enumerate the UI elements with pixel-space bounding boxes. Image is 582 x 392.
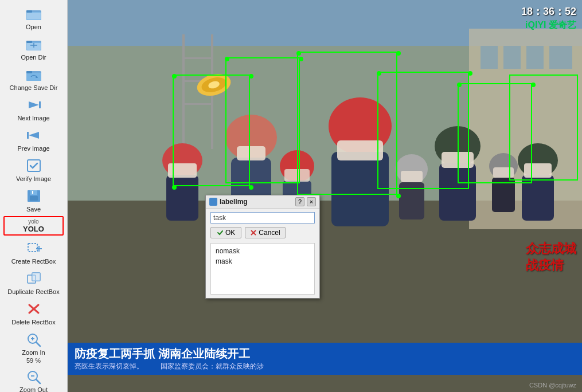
open-icon (25, 5, 43, 23)
svg-rect-11 (26, 73, 41, 81)
dialog-list: nomask mask (210, 243, 315, 295)
news-subtitle-1: 亮医生表示深切哀悼。 (75, 362, 143, 371)
zoom-in-icon (25, 330, 43, 348)
next-image-label: Next Image (17, 115, 49, 121)
dialog-ok-button[interactable]: OK (210, 227, 241, 238)
dialog-title: labelImg (220, 198, 248, 206)
zoom-in-label: Zoom In (22, 349, 45, 356)
cancel-icon (250, 229, 257, 236)
annotation-box-6 (509, 75, 578, 181)
sidebar-item-change-save-dir[interactable]: Change Save Dir (0, 63, 67, 93)
svg-rect-17 (27, 132, 29, 139)
dot (531, 83, 536, 87)
svg-rect-2 (26, 10, 32, 13)
delete-rect-box-label: Delete RectBox (11, 319, 55, 326)
svg-rect-28 (32, 273, 40, 281)
dot (225, 57, 229, 61)
dialog-app-icon (209, 198, 217, 206)
open-dir-label: Open Dir (21, 54, 46, 61)
sidebar: Open Open Dir Change Save (0, 0, 68, 392)
create-rect-box-icon (25, 239, 43, 257)
sidebar-item-verify-image[interactable]: Verify Image (0, 154, 67, 185)
dot (299, 57, 303, 61)
svg-rect-22 (32, 191, 33, 194)
svg-rect-58 (503, 46, 521, 69)
svg-rect-20 (30, 190, 37, 195)
iqiyi-logo: iQIYI 爱奇艺 (525, 19, 576, 32)
dialog-titlebar: labelImg ? × (206, 195, 319, 209)
sidebar-item-delete-rect-box[interactable]: Delete RectBox (0, 297, 67, 328)
main-area: 18：36：52 iQIYI 爱奇艺 众志成城战疫情 防疫复工两手抓 湖南企业陆… (68, 0, 582, 392)
duplicate-rect-box-label: Duplicate RectBox (7, 288, 60, 295)
sidebar-item-prev-image[interactable]: Prev Image (0, 124, 67, 154)
create-rect-box-label: Create RectBox (11, 258, 56, 265)
dot (172, 74, 177, 79)
yolo-box[interactable]: yolo YOLO (3, 216, 64, 236)
prev-image-label: Prev Image (17, 145, 49, 152)
open-dir-icon (25, 35, 43, 53)
next-image-icon (25, 96, 43, 114)
sidebar-item-zoom-in[interactable]: Zoom In (0, 328, 67, 358)
sidebar-item-open[interactable]: Open (0, 2, 67, 33)
verify-image-icon (25, 156, 43, 175)
yolo-main-label: YOLO (23, 225, 44, 233)
sidebar-item-next-image[interactable]: Next Image (0, 93, 67, 124)
annotation-box-4 (377, 72, 469, 189)
svg-marker-16 (29, 132, 39, 139)
svg-line-34 (36, 342, 40, 346)
dialog-list-item-nomask[interactable]: nomask (213, 246, 312, 256)
save-label: Save (26, 206, 41, 213)
sidebar-item-duplicate-rect-box[interactable]: Duplicate RectBox (0, 267, 67, 297)
dialog-input[interactable] (210, 212, 315, 224)
label-dialog: labelImg ? × OK (205, 195, 320, 299)
zoom-out-icon (25, 367, 43, 386)
svg-rect-18 (28, 160, 40, 171)
zoom-percent: 59 % (26, 357, 41, 364)
duplicate-rect-box-icon (25, 269, 43, 288)
verify-image-label: Verify Image (16, 175, 51, 182)
sidebar-item-zoom-out[interactable]: Zoom Out (0, 365, 67, 392)
yolo-top-label: yolo (28, 218, 38, 225)
news-title: 防疫复工两手抓 湖南企业陆续开工 (75, 346, 575, 362)
dot (396, 51, 401, 56)
dialog-list-item-mask[interactable]: mask (213, 256, 312, 266)
image-area: 18：36：52 iQIYI 爱奇艺 众志成城战疫情 防疫复工两手抓 湖南企业陆… (68, 0, 582, 392)
annotation-box-2 (225, 57, 300, 183)
svg-marker-14 (29, 101, 39, 108)
ok-icon (217, 229, 224, 236)
news-subtitle-2: 国家监察委员会：就群众反映的涉 (161, 362, 264, 371)
delete-rect-box-icon (25, 300, 43, 318)
dialog-titlebar-right: ? × (295, 197, 316, 206)
open-label: Open (26, 23, 41, 30)
svg-rect-57 (481, 46, 498, 69)
change-save-dir-icon (25, 65, 43, 84)
sidebar-item-create-rect-box[interactable]: Create RectBox (0, 237, 67, 267)
svg-rect-59 (526, 46, 544, 69)
sidebar-item-open-dir[interactable]: Open Dir (0, 33, 67, 63)
sidebar-item-save[interactable]: Save (0, 185, 67, 215)
dot (172, 185, 177, 190)
dialog-buttons: OK Cancel (210, 227, 315, 238)
dot (249, 74, 253, 79)
dot (457, 83, 462, 87)
dialog-close-button[interactable]: × (307, 197, 316, 206)
dot (468, 71, 472, 76)
change-save-dir-label: Change Save Dir (10, 84, 58, 91)
dialog-help-button[interactable]: ? (295, 197, 304, 206)
svg-rect-3 (27, 13, 41, 19)
attribution: CSDN @cqjtuwz (529, 382, 576, 389)
dot (249, 185, 253, 190)
dialog-cancel-button[interactable]: Cancel (245, 227, 285, 238)
svg-rect-15 (39, 101, 41, 108)
zoom-out-label: Zoom Out (19, 386, 48, 392)
save-icon (25, 187, 43, 205)
time-overlay: 18：36：52 (521, 5, 576, 18)
svg-rect-12 (26, 71, 32, 73)
svg-line-37 (36, 379, 40, 383)
svg-rect-21 (30, 196, 38, 201)
svg-rect-6 (26, 41, 32, 43)
dot (296, 51, 301, 56)
right-text-overlay: 众志成城战疫情 (526, 241, 576, 273)
news-bar: 防疫复工两手抓 湖南企业陆续开工 亮医生表示深切哀悼。 国家监察委员会：就群众反… (68, 343, 582, 375)
prev-image-icon (25, 126, 43, 144)
